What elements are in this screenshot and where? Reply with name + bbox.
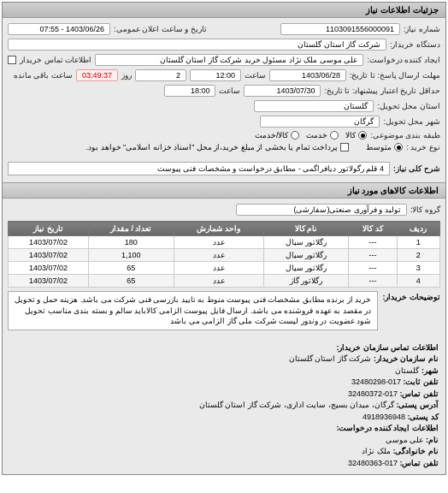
time-label-1: ساعت xyxy=(245,71,266,80)
details-panel: جزئیات اطلاعات نیاز شماره نیاز: 11030915… xyxy=(2,2,446,475)
table-row: 2---رگلاتور سیالعدد1,1001403/07/02 xyxy=(9,249,440,262)
countdown-timer: 03:49:37 xyxy=(76,69,118,81)
radio-both[interactable]: کالا/خدمت xyxy=(255,131,300,140)
th-date: تاریخ نیاز xyxy=(9,222,89,236)
goods-body: گروه کالا: تولید و فرآوری صنعتی(سفارشی) … xyxy=(3,199,445,337)
c-lname-label: نام خانوادگی: xyxy=(393,447,439,455)
table-cell: 1403/07/02 xyxy=(9,262,89,275)
notes-row: توضیحات خریدار: خرید از برنده مطابق مشخص… xyxy=(8,288,440,334)
table-cell: رگلاتور سیال xyxy=(263,262,349,275)
table-row: 1---رگلاتور سیالعدد1801403/07/02 xyxy=(9,236,440,249)
th-row: ردیف xyxy=(397,222,439,236)
table-row: 4---رگلاتور گازعدد651403/07/02 xyxy=(9,275,440,288)
prepay-label: پرداخت تمام یا بخشی از مبلغ خرید،از محل … xyxy=(86,143,339,151)
group-label: گروه کالا: xyxy=(410,205,440,214)
c-name: علی موسی xyxy=(386,436,424,444)
announce-value: 1403/06/26 - 07:55 xyxy=(8,23,110,35)
table-cell: عدد xyxy=(174,236,263,249)
creator-value: علی موسی ملک نژاد مسئول خرید شرکت گاز اس… xyxy=(95,54,363,66)
notes-text: خرید از برنده مطابق مشخصات فنی پیوست منو… xyxy=(8,291,378,330)
days-left: 2 xyxy=(135,69,186,81)
c-fax-label: تلفن تماس: xyxy=(400,389,439,398)
table-cell: عدد xyxy=(174,262,263,275)
c-cphone: 017-32480363 xyxy=(348,459,398,467)
th-name: نام کالا xyxy=(263,222,349,236)
row-status: طبقه بندی موضوعی: کالا خدمت کالا/خدمت xyxy=(8,129,440,141)
row-group: گروه کالا: تولید و فرآوری صنعتی(سفارشی) xyxy=(8,202,440,217)
buyer-contact-label: اطلاعات تماس خریدار xyxy=(20,56,91,64)
prepay-checkbox xyxy=(340,143,349,151)
creator-label: ایجاد کننده درخواست: xyxy=(367,56,440,64)
radio-both-label: کالا/خدمت xyxy=(255,131,289,140)
province-label: استان محل تحویل: xyxy=(377,102,440,110)
buyer-contact-checkbox[interactable] xyxy=(8,56,16,64)
deadline-date: 1403/06/28 xyxy=(269,69,346,81)
notes-label: توضیحات خریدار: xyxy=(383,291,441,301)
status-label: طبقه بندی موضوعی: xyxy=(370,131,440,140)
table-cell: 1403/07/02 xyxy=(9,236,89,249)
contact-block: اطلاعات تماس سازمان خریدار: نام سازمان خ… xyxy=(3,337,445,475)
main-desc-label: شرح کلی نیاز: xyxy=(393,164,440,173)
radio-dot-mid xyxy=(394,143,403,151)
c-phone: 017-32480298 xyxy=(351,377,401,386)
c-name-label: نام: xyxy=(426,436,439,444)
table-cell: 2 xyxy=(397,249,439,262)
radio-service-label: خدمت xyxy=(306,131,327,140)
group-value: تولید و فرآوری صنعتی(سفارشی) xyxy=(236,204,407,216)
row-request-number: شماره نیاز: 1103091556000091 تاریخ و ساع… xyxy=(8,21,440,37)
time-label-2: ساعت xyxy=(219,86,240,95)
table-cell: 4 xyxy=(397,275,439,288)
table-cell: رگلاتور سیال xyxy=(263,249,349,262)
table-cell: عدد xyxy=(174,249,263,262)
radio-mid[interactable]: متوسط xyxy=(366,143,403,151)
c-addr-label: آدرس پستی: xyxy=(397,401,439,409)
c-addr: گرگان، میدان بسیج، سایت اداری، شرکت گاز … xyxy=(199,401,394,409)
c-phone-label: تلفن ثابت: xyxy=(404,377,439,386)
prepay-check[interactable]: پرداخت تمام یا بخشی از مبلغ خرید،از محل … xyxy=(86,143,350,151)
row-province: استان محل تحویل: گلستان xyxy=(8,98,440,114)
c-city: گلستان xyxy=(395,366,419,375)
table-cell: رگلاتور گاز xyxy=(263,275,349,288)
validity-time: 18:00 xyxy=(164,85,215,97)
c-zip-label: کد پستی: xyxy=(408,413,439,421)
goods-section-title: اطلاعات کالاهای مورد نیاز xyxy=(3,182,445,199)
c-cphone-label: تلفن تماس: xyxy=(400,459,439,467)
c-org-label: نام سازمان خریدار: xyxy=(374,354,439,363)
table-cell: 65 xyxy=(88,262,174,275)
table-cell: --- xyxy=(349,275,397,288)
row-creator: ایجاد کننده درخواست: علی موسی ملک نژاد م… xyxy=(8,52,440,68)
validity-label: حداقل تاریخ اعتبار پیشنهاد: تا تاریخ: xyxy=(324,86,440,95)
city-value: گرگان xyxy=(260,116,380,128)
table-cell: 3 xyxy=(397,262,439,275)
c-org: شرکت گاز استان گلستان xyxy=(289,354,372,363)
deadline-label: مهلت ارسال پاسخ: تا تاریخ: xyxy=(350,71,440,80)
table-cell: 180 xyxy=(88,236,174,249)
buyer-org-value: شرکت گاز استان گلستان xyxy=(8,39,386,50)
row-validity: حداقل تاریخ اعتبار پیشنهاد: تا تاریخ: 14… xyxy=(8,83,440,98)
validity-date: 1403/07/30 xyxy=(244,85,321,97)
deadline-time: 12:00 xyxy=(190,69,241,81)
radio-dot-goods xyxy=(358,131,367,140)
table-cell: رگلاتور سیال xyxy=(263,236,349,249)
buy-type-label: نوع خرید : xyxy=(406,143,440,151)
c-fax: 017-32480372 xyxy=(348,389,398,398)
table-cell: 65 xyxy=(88,275,174,288)
contact-sub-header: اطلاعات ایجاد کننده درخواست: xyxy=(337,424,439,432)
row-main-desc: شرح کلی نیاز: 4 قلم رگولاتور دیافراگمی -… xyxy=(8,158,440,179)
c-lname: ملک نژاد xyxy=(362,447,391,455)
th-qty: تعداد / مقدار xyxy=(88,222,174,236)
radio-dot-both xyxy=(291,131,299,140)
radio-service[interactable]: خدمت xyxy=(306,131,339,140)
row-deadline: مهلت ارسال پاسخ: تا تاریخ: 1403/06/28 سا… xyxy=(8,68,440,83)
table-cell: --- xyxy=(349,249,397,262)
table-cell: 1,100 xyxy=(88,249,174,262)
table-cell: 1403/07/02 xyxy=(9,275,89,288)
table-row: 3---رگلاتور سیالعدد651403/07/02 xyxy=(9,262,440,275)
req-no-value: 1103091556000091 xyxy=(280,23,400,35)
buyer-org-label: دستگاه خریدار: xyxy=(390,40,440,49)
main-desc-value: 4 قلم رگولاتور دیافراگمی - مطابق درخواست… xyxy=(8,162,390,175)
radio-goods[interactable]: کالا xyxy=(345,131,367,140)
row-buyer-org: دستگاه خریدار: شرکت گاز استان گلستان xyxy=(8,37,440,52)
req-no-label: شماره نیاز: xyxy=(404,25,440,33)
announce-label: تاریخ و ساعت اعلان عمومی: xyxy=(114,25,207,33)
